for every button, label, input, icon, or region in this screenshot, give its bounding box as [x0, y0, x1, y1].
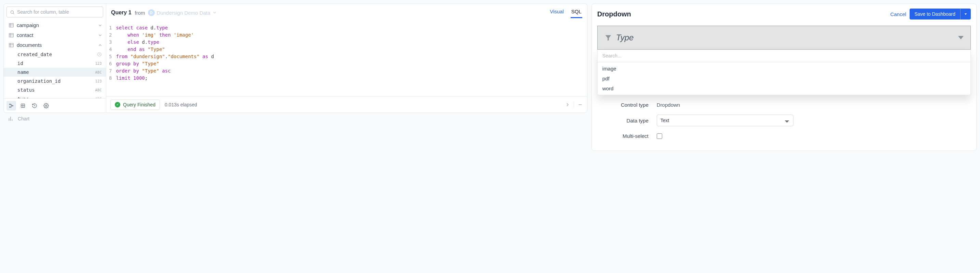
- table-contact[interactable]: contact: [4, 30, 106, 40]
- caret-down-icon: [964, 12, 967, 16]
- multi-select-checkbox[interactable]: [657, 133, 662, 139]
- schema-browser: campaign contact documents: [4, 4, 106, 113]
- schema-toolbar: [4, 98, 106, 113]
- editor-mode-tabs: Visual SQL: [549, 7, 582, 18]
- svg-point-18: [45, 105, 47, 106]
- save-dashboard-caret[interactable]: [960, 8, 971, 19]
- table-icon: [8, 22, 14, 28]
- chevron-down-icon: [98, 23, 102, 28]
- svg-marker-23: [965, 13, 967, 15]
- chevron-up-icon: [98, 43, 102, 48]
- schema-tree: campaign contact documents: [4, 20, 106, 98]
- table-campaign[interactable]: campaign: [4, 20, 106, 30]
- table-icon: [8, 42, 14, 48]
- svg-line-1: [13, 13, 14, 14]
- column-name[interactable]: name ABC: [4, 68, 106, 77]
- table-label: documents: [17, 42, 98, 48]
- data-type-label: Data type: [597, 118, 649, 123]
- svg-point-0: [11, 11, 13, 13]
- status-elapsed: 0.013s elapsed: [165, 102, 197, 107]
- code-lines: select case d.type when 'img' then 'imag…: [116, 24, 214, 93]
- schema-tree-toggle[interactable]: [6, 101, 16, 110]
- svg-rect-2: [9, 23, 13, 27]
- svg-rect-8: [9, 43, 13, 47]
- table-label: campaign: [17, 22, 98, 28]
- control-type-value: Dropdown: [657, 102, 680, 108]
- dropdown-option[interactable]: image: [598, 64, 970, 73]
- column-organization_id[interactable]: organization_id 123: [4, 77, 106, 86]
- cancel-button[interactable]: Cancel: [890, 11, 906, 17]
- filter-icon: [605, 34, 612, 42]
- dropdown-options-list: imagepdfword: [598, 62, 970, 95]
- minimize-icon[interactable]: [578, 102, 583, 107]
- control-type-label: Control type: [597, 102, 649, 108]
- schema-grid-toggle[interactable]: [18, 101, 28, 110]
- svg-marker-24: [606, 35, 611, 41]
- dropdown-config-panel: Dropdown Cancel Save to Dashboard Type i…: [592, 3, 977, 151]
- column-status[interactable]: status ABC: [4, 86, 106, 94]
- results-tabs: Chart: [3, 113, 587, 125]
- divider: [574, 102, 574, 108]
- svg-point-13: [10, 106, 11, 107]
- column-id[interactable]: id 123: [4, 59, 106, 68]
- caret-down-icon: [958, 36, 964, 39]
- schema-search-input[interactable]: [6, 6, 103, 18]
- search-icon: [10, 10, 15, 15]
- save-dashboard-button[interactable]: Save to Dashboard: [910, 8, 960, 19]
- type-badge-text: ABC: [95, 70, 102, 74]
- svg-point-14: [12, 105, 13, 106]
- chevron-down-icon: [212, 10, 217, 15]
- query-editor-panel: Query 1 from D Dundersign Demo Data Visu…: [106, 4, 587, 113]
- type-badge-number: 123: [95, 79, 102, 83]
- dropdown-option[interactable]: pdf: [598, 73, 970, 83]
- chart-icon: [8, 116, 14, 122]
- settings-toggle[interactable]: [41, 101, 51, 110]
- tab-sql[interactable]: SQL: [571, 7, 582, 18]
- dropdown-preview-label: Type: [616, 33, 634, 42]
- dropdown-popover: imagepdfword: [597, 49, 971, 95]
- type-badge-text: ABC: [95, 88, 102, 92]
- query-status-pill[interactable]: ✓ Query Finished: [110, 99, 160, 110]
- query-title: Query 1: [111, 10, 132, 16]
- chevron-right-icon[interactable]: [565, 102, 570, 107]
- dropdown-preview[interactable]: Type: [597, 26, 971, 49]
- status-label: Query Finished: [123, 102, 156, 107]
- tab-chart[interactable]: Chart: [18, 116, 29, 121]
- tab-visual[interactable]: Visual: [549, 7, 565, 18]
- sql-editor[interactable]: 12345678 select case d.type when 'img' t…: [106, 22, 587, 96]
- row-data-type: Data type Text: [597, 111, 971, 130]
- history-toggle[interactable]: [30, 101, 39, 110]
- panel-title: Dropdown: [597, 10, 631, 18]
- from-label: from: [135, 10, 145, 16]
- history-icon: [32, 103, 37, 109]
- table-label: contact: [17, 32, 98, 38]
- multi-select-label: Multi-select: [597, 133, 649, 139]
- table-icon: [8, 32, 14, 38]
- row-multi-select: Multi-select: [597, 130, 971, 142]
- svg-rect-5: [9, 33, 13, 37]
- line-gutter: 12345678: [109, 24, 116, 93]
- gear-icon: [43, 103, 49, 109]
- grid-icon: [20, 103, 25, 109]
- column-type[interactable]: type ABC: [4, 94, 106, 98]
- svg-point-12: [10, 104, 11, 105]
- dropdown-option[interactable]: word: [598, 83, 970, 93]
- datasource-chip[interactable]: D Dundersign Demo Data: [148, 9, 217, 16]
- save-dashboard-split-button: Save to Dashboard: [910, 8, 971, 19]
- type-badge-number: 123: [95, 62, 102, 65]
- table-documents[interactable]: documents: [4, 40, 106, 50]
- column-created_date[interactable]: created_date: [4, 50, 106, 59]
- datasource-icon: D: [148, 9, 155, 16]
- tree-icon: [8, 103, 14, 109]
- query-status-bar: ✓ Query Finished 0.013s elapsed: [106, 96, 587, 113]
- chevron-down-icon: [98, 33, 102, 38]
- data-type-select[interactable]: Text: [657, 115, 794, 126]
- check-icon: ✓: [115, 102, 120, 107]
- row-control-type: Control type Dropdown: [597, 99, 971, 111]
- clock-icon: [97, 52, 102, 57]
- datasource-name: Dundersign Demo Data: [157, 10, 210, 16]
- dropdown-search-input[interactable]: [598, 49, 970, 62]
